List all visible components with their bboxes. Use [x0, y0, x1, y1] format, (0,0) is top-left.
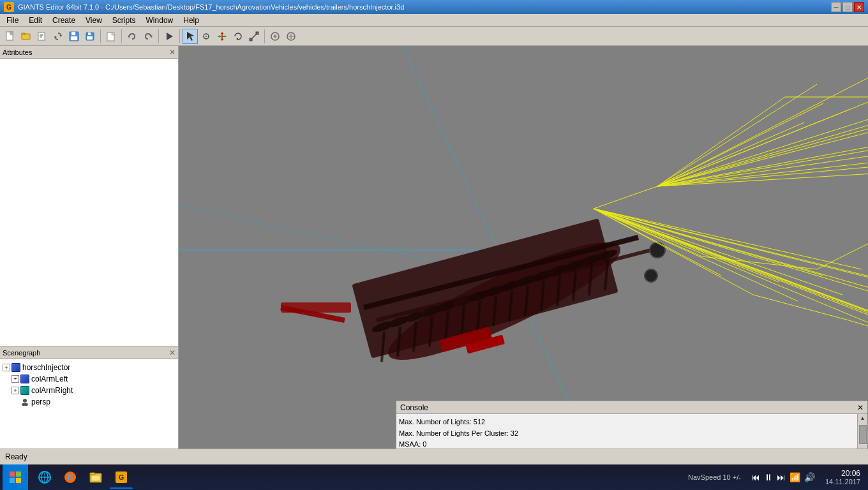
- select-tool[interactable]: [183, 29, 198, 44]
- tool-a[interactable]: [267, 29, 283, 44]
- svg-rect-33: [250, 38, 252, 41]
- toolbar-separator-5: [264, 29, 265, 43]
- menu-view[interactable]: View: [80, 15, 107, 26]
- svg-rect-4: [38, 33, 45, 40]
- svg-rect-144: [16, 471, 21, 477]
- svg-rect-143: [10, 471, 15, 477]
- svg-rect-12: [71, 36, 77, 40]
- scenegraph-close-button[interactable]: ✕: [169, 348, 176, 357]
- toolbar-separator-1: [100, 29, 101, 43]
- scale-tool[interactable]: [246, 29, 262, 44]
- scene-item-colArmRight[interactable]: + colArmRight: [3, 385, 176, 396]
- console-line-1: Max. Number of Lights: 512: [399, 417, 865, 428]
- nav-speed-label: NavSpeed 10 +/-: [688, 473, 741, 481]
- svg-rect-16: [107, 33, 114, 41]
- titlebar: G GIANTS Editor 64bit 7.1.0 - C:/Users/S…: [0, 0, 868, 14]
- main-area: Attributes ✕ Scenegraph ✕ + horschInject…: [0, 46, 868, 474]
- toolbar-separator-2: [121, 29, 122, 43]
- console-line-2: Max. Number of Lights Per Cluster: 32: [399, 428, 865, 440]
- volume-icon[interactable]: 🔊: [804, 472, 815, 482]
- clock-date: 14.11.2017: [825, 478, 860, 486]
- svg-rect-39: [22, 403, 28, 406]
- taskbar-giants-icon[interactable]: G: [110, 466, 133, 489]
- menu-edit[interactable]: Edit: [24, 15, 47, 26]
- redo-button[interactable]: [140, 29, 156, 44]
- refresh-button[interactable]: [50, 29, 66, 44]
- taskbar-right: NavSpeed 10 +/- ⏮ ⏸ ⏭ 📶 🔊 20:06 14.11.20…: [688, 469, 865, 486]
- new-button[interactable]: [3, 29, 18, 44]
- minimize-button[interactable]: ─: [831, 2, 841, 12]
- taskbar: G NavSpeed 10 +/- ⏮ ⏸ ⏭ 📶 🔊 20:06 14.11.…: [0, 464, 868, 490]
- scene-item-colArmLeft[interactable]: + colArmLeft: [3, 373, 176, 385]
- menu-window[interactable]: Window: [141, 15, 179, 26]
- label-horschInjector: horschInjector: [22, 363, 70, 372]
- network-icon[interactable]: 📶: [789, 472, 800, 482]
- expand-colArmRight[interactable]: +: [11, 387, 19, 394]
- icon-colArmRight: [20, 386, 29, 395]
- icon-horschInjector: [11, 363, 20, 372]
- open-button[interactable]: [19, 29, 34, 44]
- svg-point-38: [23, 399, 27, 403]
- svg-marker-24: [221, 32, 223, 34]
- scroll-up-arrow[interactable]: ▲: [859, 414, 867, 422]
- menu-help[interactable]: Help: [178, 15, 204, 26]
- expand-colArmLeft[interactable]: +: [11, 375, 19, 383]
- save-button[interactable]: [66, 29, 82, 44]
- taskbar-firefox-icon[interactable]: [59, 466, 82, 489]
- label-persp: persp: [31, 397, 50, 406]
- media-play-icon[interactable]: ⏸: [764, 472, 773, 482]
- expand-horschInjector[interactable]: +: [3, 364, 10, 371]
- svg-marker-29: [225, 35, 227, 38]
- menu-scripts[interactable]: Scripts: [107, 15, 141, 26]
- window-title: GIANTS Editor 64bit 7.1.0 - C:/Users/Seb…: [18, 3, 404, 11]
- taskbar-explorer-icon[interactable]: [84, 466, 107, 489]
- taskbar-ie-icon[interactable]: [33, 466, 56, 489]
- svg-point-81: [645, 269, 657, 282]
- console-close-button[interactable]: ✕: [857, 403, 864, 412]
- statusbar: Ready: [0, 449, 868, 464]
- edit-button[interactable]: [34, 29, 50, 44]
- attributes-header: Attributes ✕: [0, 46, 178, 59]
- svg-marker-30: [236, 38, 238, 40]
- console-title: Console: [400, 403, 428, 412]
- scenegraph-title: Scenegraph: [3, 349, 40, 357]
- scenegraph-content: + horschInjector + colArmLeft + colArmRi…: [0, 359, 178, 410]
- attributes-content: [0, 59, 178, 346]
- move-tool[interactable]: [214, 29, 230, 44]
- viewport[interactable]: persp Console ✕ Max. Number of Lights: 5…: [179, 46, 868, 474]
- svg-rect-154: [90, 473, 95, 475]
- tool-b[interactable]: [283, 29, 299, 44]
- console-header: Console ✕: [396, 401, 867, 414]
- scroll-thumb[interactable]: [859, 425, 867, 444]
- menu-file[interactable]: File: [1, 15, 24, 26]
- svg-marker-19: [151, 34, 153, 38]
- point-tool[interactable]: [198, 29, 214, 44]
- export-button[interactable]: [103, 29, 119, 44]
- save-all-button[interactable]: [82, 29, 98, 44]
- svg-rect-11: [71, 32, 75, 35]
- maximize-button[interactable]: □: [842, 2, 853, 12]
- clock[interactable]: 20:06 14.11.2017: [825, 469, 865, 486]
- play-button[interactable]: [161, 29, 177, 44]
- media-next-icon[interactable]: ⏭: [777, 472, 786, 482]
- svg-rect-3: [22, 33, 25, 34]
- attributes-close-button[interactable]: ✕: [169, 48, 176, 57]
- undo-button[interactable]: [124, 29, 140, 44]
- scene-item-horschInjector[interactable]: + horschInjector: [3, 362, 176, 373]
- status-text: Ready: [5, 452, 27, 461]
- toolbar-separator-3: [158, 29, 159, 43]
- taskbar-icons: G: [28, 466, 138, 489]
- scene-item-persp[interactable]: persp: [3, 396, 176, 408]
- menu-create[interactable]: Create: [47, 15, 80, 26]
- svg-rect-155: [91, 475, 100, 481]
- close-button[interactable]: ✕: [854, 2, 864, 12]
- svg-rect-14: [88, 33, 91, 35]
- rotate-tool[interactable]: [230, 29, 246, 44]
- svg-rect-15: [87, 36, 93, 40]
- toolbar: [0, 27, 868, 46]
- start-button[interactable]: [3, 464, 28, 490]
- menubar: File Edit Create View Scripts Window Hel…: [0, 14, 868, 27]
- svg-rect-83: [281, 302, 351, 313]
- window-controls[interactable]: ─ □ ✕: [831, 2, 864, 12]
- media-prev-icon[interactable]: ⏮: [751, 472, 760, 482]
